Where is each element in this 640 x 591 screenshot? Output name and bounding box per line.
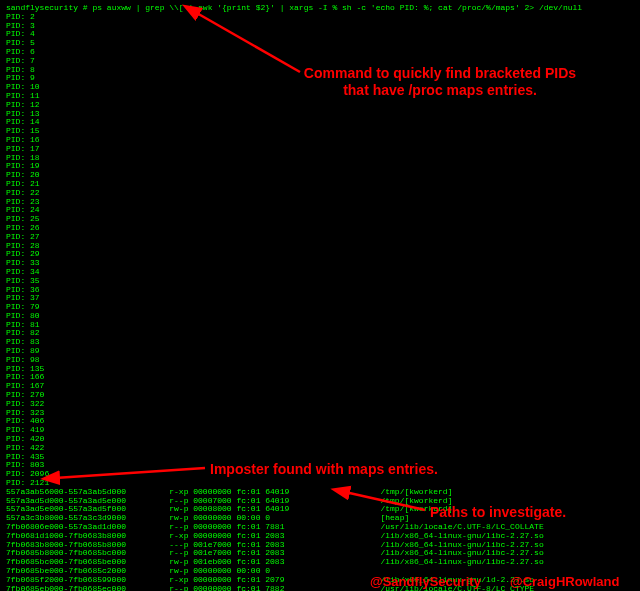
pid-line: PID: 36: [6, 286, 634, 295]
pid-line: PID: 79: [6, 303, 634, 312]
pid-line: PID: 15: [6, 127, 634, 136]
pid-line: PID: 4: [6, 30, 634, 39]
pid-line: PID: 81: [6, 321, 634, 330]
pid-line: PID: 24: [6, 206, 634, 215]
pid-line: PID: 420: [6, 435, 634, 444]
pid-line: PID: 323: [6, 409, 634, 418]
shell-command: ps auxww | grep \\[ | awk '{print $2}' |…: [92, 3, 582, 12]
watermark-craig: @CraigHRowland: [510, 575, 619, 589]
pid-line: PID: 28: [6, 242, 634, 251]
pid-line: PID: 13: [6, 110, 634, 119]
pid-line: PID: 27: [6, 233, 634, 242]
pid-line: PID: 135: [6, 365, 634, 374]
pid-line: PID: 5: [6, 39, 634, 48]
pid-line: PID: 89: [6, 347, 634, 356]
pid-line: PID: 6: [6, 48, 634, 57]
pid-line: PID: 8: [6, 66, 634, 75]
pid-line: PID: 2: [6, 13, 634, 22]
pid-line: PID: 18: [6, 154, 634, 163]
pid-line: PID: 14: [6, 118, 634, 127]
pid-line: PID: 3: [6, 22, 634, 31]
pid-line: PID: 322: [6, 400, 634, 409]
pid-line: PID: 83: [6, 338, 634, 347]
pid-line: PID: 167: [6, 382, 634, 391]
shell-prompt: sandflysecurity #: [6, 3, 92, 12]
pid-line: PID: 35: [6, 277, 634, 286]
pid-line: PID: 80: [6, 312, 634, 321]
pid-line: PID: 21: [6, 180, 634, 189]
pid-line: PID: 98: [6, 356, 634, 365]
pid-line: PID: 29: [6, 250, 634, 259]
pid-line: PID: 419: [6, 426, 634, 435]
pid-line: PID: 7: [6, 57, 634, 66]
pid-line: PID: 20: [6, 171, 634, 180]
pid-line: PID: 82: [6, 329, 634, 338]
pid-line: PID: 12: [6, 101, 634, 110]
pid-line: PID: 16: [6, 136, 634, 145]
command-line: sandflysecurity # ps auxww | grep \\[ | …: [6, 4, 634, 13]
pid-line: PID: 270: [6, 391, 634, 400]
terminal-output: sandflysecurity # ps auxww | grep \\[ | …: [6, 4, 634, 591]
pid-line: PID: 166: [6, 373, 634, 382]
pid-line: PID: 11: [6, 92, 634, 101]
pid-line: PID: 34: [6, 268, 634, 277]
pid-line: PID: 9: [6, 74, 634, 83]
pid-line: PID: 803: [6, 461, 634, 470]
pid-line: PID: 19: [6, 162, 634, 171]
pid-line: PID: 33: [6, 259, 634, 268]
pid-line: PID: 23: [6, 198, 634, 207]
pid-line: PID: 2096: [6, 470, 634, 479]
pid-line: PID: 17: [6, 145, 634, 154]
pid-line: PID: 37: [6, 294, 634, 303]
pid-list: PID: 2PID: 3PID: 4PID: 5PID: 6PID: 7PID:…: [6, 13, 634, 479]
pid-line: PID: 10: [6, 83, 634, 92]
pid-line: PID: 406: [6, 417, 634, 426]
pid-line: PID: 26: [6, 224, 634, 233]
pid-line: PID: 435: [6, 453, 634, 462]
watermark-sandfly: @SandflySecurity: [370, 575, 481, 589]
pid-line: PID: 22: [6, 189, 634, 198]
pid-line: PID: 25: [6, 215, 634, 224]
pid-line: PID: 422: [6, 444, 634, 453]
